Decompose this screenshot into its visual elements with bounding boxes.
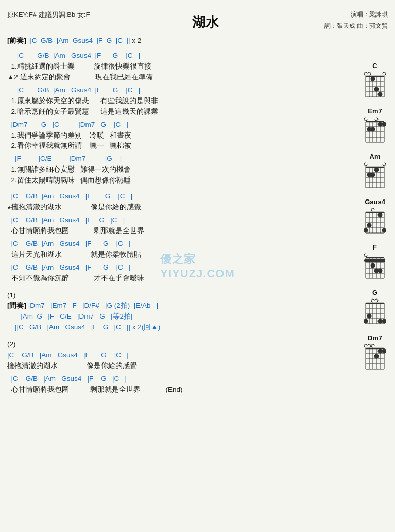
svg-point-31 [371,127,375,132]
chord-diagram-Am: Am [360,153,390,189]
svg-point-61 [371,208,374,211]
verse3-lyric-b: 2.看你幸福我就無所謂 曬一 曬棉被 [7,141,357,152]
chorus4-block: |C G/B |Am Gsus4 |F G |C | 不知不覺為你沉醉 才不在乎… [7,262,357,284]
intro-section: [前奏] ||C G/B |Am Gsus4 |F G |C || x 2 [7,36,357,46]
svg-point-45 [364,163,367,166]
chord-name-Gsus4: Gsus4 [365,198,385,206]
page: 優之家YIYUZJ.COM 原KEY:F# 建議男調:Bb 女:F 湖水 演唱：… [0,0,395,532]
svg-point-96 [367,314,372,319]
verse1-lyric1b: ▲2.週末約定的聚會 現在我已經在準備 [7,72,357,83]
section2-block1: |C G/B |Am Gsus4 |F G |C | 擁抱清澈的湖水 像是你給的… [7,350,357,372]
interlude-line3: ||C G/B |Am Gsus4 |F G |C || x 2(回▲) [7,322,357,333]
interlude-line2: |Am G |F C/E |Dm7 G |等2拍| [7,311,357,322]
chorus1-lyric: ★擁抱清澈的湖水 像是你給的感覺 [7,202,357,213]
chord-grid-Em7 [364,117,386,143]
svg-point-98 [382,319,387,324]
svg-point-113 [374,354,379,359]
chorus2-chord: |C G/B |Am Gsus4 |F G |C | [7,215,357,226]
verse2-lyric-b: 2.暗示烹飪的女子最賢慧 這是這幾天的課業 [7,107,357,118]
svg-point-62 [364,228,368,233]
chorus3-block: |C G/B |Am Gsus4 |F G |C | 這片天光和湖水 就是你柔軟… [7,239,357,260]
verse4-block: |F |C/E |Dm7 |G | 1.無關誰多細心安慰 難得一次的機會 2.留… [7,154,357,186]
svg-point-11 [364,72,367,75]
svg-point-110 [364,344,367,347]
svg-point-46 [383,163,386,166]
svg-point-33 [382,122,387,127]
chorus4-chord: |C G/B |Am Gsus4 |F G |C | [7,262,357,273]
svg-point-112 [371,344,374,347]
chord-name-F: F [373,243,377,251]
section2-block2: |C G/B |Am Gsus4 |F G |C | 心甘情願將我包圍 剩那就是… [7,374,357,395]
section2-chord2: |C G/B |Am Gsus4 |F G |C | [7,374,357,385]
section2-lyric2: 心甘情願將我包圍 剩那就是全世界 (End) [7,385,357,395]
svg-point-97 [378,319,383,324]
chord-name-Dm7: Dm7 [368,334,382,342]
section2-chord1: |C G/B |Am Gsus4 |F G |C | [7,350,357,361]
interlude-label: (1) [7,290,357,301]
svg-point-16 [371,77,375,81]
chord-name-C: C [372,62,377,70]
chord-grid-Dm7 [364,343,386,370]
chord-grid-Am [364,162,386,189]
verse4-chord: |F |C/E |Dm7 |G | [7,154,357,164]
chorus1-block: |C G/B |Am Gsus4 |F G |C | ★擁抱清澈的湖水 像是你給… [7,191,357,213]
svg-point-94 [375,299,378,302]
chord-name-Am: Am [370,153,381,160]
intro-line: [前奏] ||C G/B |Am Gsus4 |F G |C || x 2 [7,36,357,46]
chord-diagram-Dm7: Dm7 [360,334,390,370]
verse3-lyric-a: 1.我們爭論季節的差別 冷暖 和晝夜 [7,130,357,141]
svg-point-93 [371,299,374,302]
header: 原KEY:F# 建議男調:Bb 女:F 湖水 演唱：梁詠琪 詞：張天成 曲：郭文… [7,9,388,31]
interlude-line1: [間奏] |Dm7 |Em7 F |D/F# |G (2拍) |E/Ab | [7,301,357,311]
interlude-block: [間奏] |Dm7 |Em7 F |D/F# |G (2拍) |E/Ab | |… [7,301,357,333]
performer: 演唱：梁詠琪 [321,9,388,21]
svg-point-64 [378,213,383,218]
svg-rect-78 [364,259,385,262]
chorus1-chord: |C G/B |Am Gsus4 |F G |C | [7,191,357,202]
svg-point-114 [378,349,383,354]
svg-point-49 [374,168,379,172]
svg-point-12 [368,72,371,75]
svg-point-77 [364,254,367,257]
svg-point-115 [382,349,387,354]
svg-point-29 [375,118,378,121]
chorus2-block: |C G/B |Am Gsus4 |F G |C | 心甘情願將我包圍 剩那就是… [7,215,357,237]
chorus2-lyric: 心甘情願將我包圍 剩那就是全世界 [7,226,357,237]
verse2-chord: |C G/B |Am Gsus4 |F G |C | [7,85,357,96]
verse1-chord1: |C G/B |Am Gsus4 |F G |C | [7,51,357,61]
verse1-block: |C G/B |Am Gsus4 |F G |C | 1.精挑細選的爵士樂 旋律… [7,51,357,83]
verse4-lyric-b: 2.留住太陽晴朗氣味 偶而想像你熟睡 [7,175,357,186]
chord-grid-G [364,298,386,325]
chord-diagram-C: C [360,62,390,98]
svg-point-65 [382,228,387,233]
svg-point-15 [374,87,379,92]
svg-point-81 [378,269,383,273]
chord-grid-F [364,253,386,279]
chorus3-chord: |C G/B |Am Gsus4 |F G |C | [7,239,357,250]
svg-point-111 [368,344,371,347]
credits: 演唱：梁詠琪 詞：張天成 曲：郭文賢 [321,9,388,31]
chord-grid-Gsus4 [364,207,386,234]
svg-point-79 [371,263,375,268]
content-area: [前奏] ||C G/B |Am Gsus4 |F G |C || x 2 |C… [7,36,357,397]
verse2-lyric-a: 1.原來屬於你天空的傷悲 有些我說的是與非 [7,96,357,107]
svg-point-48 [371,173,375,177]
chord-diagrams: C [360,62,390,370]
chorus3-lyric: 這片天光和湖水 就是你柔軟體貼 [7,250,357,260]
svg-point-13 [383,72,386,75]
verse4-lyric-a: 1.無關誰多細心安慰 難得一次的機會 [7,164,357,175]
chord-name-G: G [372,289,377,296]
chord-diagram-Em7: Em7 [360,107,390,143]
song-title: 湖水 [90,9,321,31]
chord-diagram-F: F [360,243,390,279]
svg-point-14 [378,92,383,97]
verse3-chord: |Dm7 G |C |Dm7 G |C | [7,120,357,130]
verse2-block: |C G/B |Am Gsus4 |F G |C | 1.原來屬於你天空的傷悲 … [7,85,357,118]
chord-name-Em7: Em7 [368,107,382,115]
lyricist-composer: 詞：張天成 曲：郭文賢 [321,21,388,32]
chord-diagram-Gsus4: Gsus4 [360,198,390,234]
chord-grid-C [364,71,386,98]
svg-point-32 [378,122,383,127]
section2-label: (2) [7,339,357,350]
section2-lyric1: 擁抱清澈的湖水 像是你給的感覺 [7,361,357,372]
